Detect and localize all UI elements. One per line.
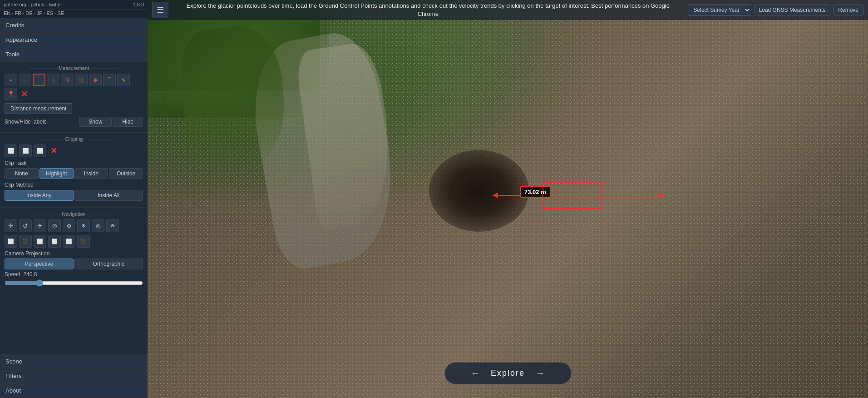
tools-button[interactable]: Tools <box>0 47 148 62</box>
nav-fly-btn[interactable]: ✈ <box>34 219 46 232</box>
measurement-section: Measurement • ··· □ ↕ <box>0 62 148 133</box>
cam-view4-btn[interactable]: ⬜ <box>48 235 61 248</box>
show-hide-label-text: Show/Hide labels <box>5 119 47 125</box>
cam-view2-btn[interactable]: ⬛ <box>19 235 32 248</box>
sidebar-bottom: Scene Filters About <box>0 354 148 398</box>
explore-label: Explore <box>491 368 525 378</box>
speed-slider[interactable] <box>5 279 143 287</box>
area-measure-btn[interactable]: N <box>61 74 74 86</box>
clip-inside-all-btn[interactable]: Inside All <box>74 190 143 201</box>
volume-sphere-btn[interactable]: ◉ <box>89 74 102 86</box>
orthographic-btn[interactable]: Orthographic <box>74 259 143 269</box>
nav-rotate-btn[interactable]: ↺ <box>19 219 32 232</box>
filters-button[interactable]: Filters <box>0 369 148 383</box>
camera-boxes-row: ⬜ ⬛ ⬜ ⬜ ⬜ ⬛ <box>5 235 143 248</box>
hide-labels-btn[interactable]: Hide <box>113 117 143 127</box>
credits-button[interactable]: Credits <box>0 18 148 33</box>
clip-sphere-btn[interactable]: ⬜ <box>34 144 46 157</box>
camera-projection-buttons: Perspective Orthographic <box>5 259 143 269</box>
about-button[interactable]: About <box>0 383 148 398</box>
nav-move-btn[interactable]: ✛ <box>5 219 17 232</box>
nav-eye-btn[interactable]: 👁 <box>106 219 119 232</box>
viewport[interactable]: ☰ Explore the glacier pointclouds over t… <box>148 0 868 398</box>
distance-measure-btn[interactable]: ··· <box>19 74 31 86</box>
measurement-tools-row: • ··· □ ↕ N ⬛ <box>5 74 143 100</box>
cam-view3-btn[interactable]: ⬜ <box>34 235 46 248</box>
clip-inside-any-btn[interactable]: Inside Any <box>5 190 74 201</box>
info-text: Explore the glacier pointclouds over tim… <box>168 2 688 18</box>
speed-label: Speed: 240.8 <box>5 271 37 278</box>
nav-compass-btn[interactable]: ◎ <box>92 219 104 232</box>
clip-method-buttons: Inside Any Inside All <box>5 190 143 201</box>
angle-measure-btn[interactable]: ⌒ <box>103 74 116 86</box>
speed-row: Speed: 240.8 <box>5 271 143 278</box>
clip-box-btn[interactable]: ⬜ <box>5 144 17 157</box>
measurement-section-label: Measurement <box>5 65 143 71</box>
appearance-button[interactable]: Appearance <box>0 33 148 47</box>
distance-annotation: 73.02 m <box>520 186 551 198</box>
menu-button[interactable]: ☰ <box>152 2 168 18</box>
clip-tools-row: ⬜ ⬜ ⬜ ✕ <box>5 144 143 157</box>
explore-next-btn[interactable]: → <box>534 366 547 380</box>
volume-box-btn[interactable]: ⬛ <box>75 74 88 86</box>
perspective-btn[interactable]: Perspective <box>5 259 74 269</box>
navigation-section-label: Navigation <box>5 211 143 217</box>
language-bar[interactable]: EN · FR · DE · JP · ES · SE <box>0 10 148 18</box>
explore-prev-btn[interactable]: ← <box>469 366 482 380</box>
clip-task-label: Clip Task <box>5 160 143 166</box>
profile-btn[interactable]: ∿ <box>117 74 130 86</box>
sidebar-header: potree.org - github - twitter 1.8.0 <box>0 0 148 10</box>
show-hide-buttons: Show Hide <box>79 117 143 127</box>
nav-snowflake-btn[interactable]: ❄ <box>77 219 90 232</box>
top-right-controls: Select Survey Year Load GNSS Measurement… <box>688 4 863 16</box>
cam-view1-btn[interactable]: ⬜ <box>5 235 17 248</box>
cam-view6-btn[interactable]: ⬛ <box>77 235 90 248</box>
clip-inside-btn[interactable]: Inside <box>74 168 108 179</box>
remove-clip-btn[interactable]: ✕ <box>48 145 59 156</box>
top-bar: ☰ Explore the glacier pointclouds over t… <box>148 0 868 20</box>
explore-bar: ← Explore → <box>444 362 572 384</box>
clip-none-btn[interactable]: None <box>5 168 39 179</box>
clip-task-buttons: None Highlight Inside Outside <box>5 168 143 179</box>
clip-highlight-btn[interactable]: Highlight <box>39 168 74 179</box>
annotation-btn[interactable]: 📍 <box>5 88 17 100</box>
remove-all-btn[interactable]: ✕ <box>19 89 30 100</box>
clip-box2-btn[interactable]: ⬜ <box>19 144 32 157</box>
clip-outside-btn[interactable]: Outside <box>109 168 143 179</box>
explore-container: ← Explore → <box>444 362 572 384</box>
scene-button[interactable]: Scene <box>0 354 148 369</box>
camera-projection-label: Camera Projection <box>5 250 143 257</box>
show-labels-btn[interactable]: Show <box>79 117 112 127</box>
nav-vr-btn[interactable]: ◎ <box>48 219 61 232</box>
load-gnss-btn[interactable]: Load GNSS Measurements <box>754 5 831 15</box>
app-links[interactable]: potree.org - github - twitter <box>4 2 62 7</box>
app-version: 1.8.0 <box>133 2 144 7</box>
distance-measurement-label: 73.02 m <box>520 186 551 198</box>
active-distance-btn[interactable]: □ <box>33 74 45 86</box>
distance-measurement-button[interactable]: Distance measurement <box>5 103 72 114</box>
point-measure-btn[interactable]: • <box>5 74 17 86</box>
nav-zoom-btn[interactable]: ⊕ <box>63 219 75 232</box>
remove-btn[interactable]: Remove <box>833 5 863 15</box>
viewport-crater <box>429 150 529 232</box>
cam-view5-btn[interactable]: ⬜ <box>63 235 75 248</box>
height-measure-btn[interactable]: ↕ <box>47 74 59 86</box>
nav-tools-row: ✛ ↺ ✈ ◎ ⊕ ❄ ◎ <box>5 219 143 232</box>
survey-year-select[interactable]: Select Survey Year <box>688 4 751 16</box>
clipping-section: Clipping ⬜ ⬜ ⬜ ✕ Clip Task None Highligh… <box>0 133 148 208</box>
show-hide-labels-row: Show/Hide labels Show Hide <box>5 117 143 127</box>
sidebar: potree.org - github - twitter 1.8.0 EN ·… <box>0 0 148 398</box>
clip-method-label: Clip Method <box>5 182 143 188</box>
navigation-section: Navigation ✛ ↺ ✈ ◎ ⊕ ❄ <box>0 208 148 292</box>
clipping-section-label: Clipping <box>5 136 143 142</box>
